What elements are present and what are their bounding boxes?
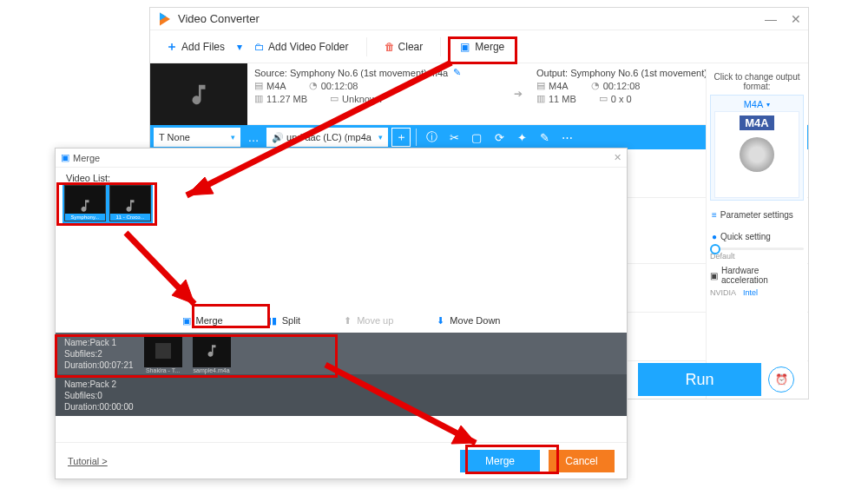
pack-thumb xyxy=(144,334,182,367)
tool-batch-button[interactable]: ⋯ xyxy=(557,128,576,147)
tool-crop-button[interactable]: ▢ xyxy=(467,128,486,147)
run-bar: Run ⏰ xyxy=(638,360,794,399)
video-thumb[interactable]: Symphony... xyxy=(64,185,106,221)
subtitle-select[interactable]: T None▾ xyxy=(154,128,240,147)
folder-icon: 🗀 xyxy=(254,41,265,53)
action-move-up[interactable]: ⬆Move up xyxy=(344,315,393,327)
video-thumb[interactable]: 11 - Croco... xyxy=(109,185,151,221)
merge-icon: ▣ xyxy=(61,152,69,163)
trash-icon: 🗑 xyxy=(385,41,395,53)
run-button[interactable]: Run xyxy=(638,363,761,396)
parameter-settings-button[interactable]: ≡Parameter settings xyxy=(710,208,804,222)
music-note-icon xyxy=(186,82,212,108)
video-list-thumbs: Symphony... 11 - Croco... xyxy=(56,185,627,221)
toolbar: ＋Add Files ▾ 🗀Add Video Folder 🗑Clear ▣M… xyxy=(150,30,808,63)
nvidia-label: NVIDIA xyxy=(710,288,736,297)
dialog-footer: Tutorial > Merge Cancel xyxy=(56,442,627,478)
format-icon: ▤ xyxy=(254,80,263,91)
default-label: Default xyxy=(710,252,804,261)
format-tag: M4A xyxy=(740,116,773,130)
sliders-icon: ≡ xyxy=(712,210,717,220)
down-icon: ⬇ xyxy=(437,315,444,327)
merge-confirm-button[interactable]: Merge xyxy=(460,450,540,472)
sidebar-title: Click to change output format: xyxy=(710,72,804,91)
pack-row[interactable]: Name:Pack 1 Subfiles:2 Duration:00:07:21… xyxy=(56,333,627,374)
app-logo xyxy=(157,11,173,27)
split-icon: ▮▮ xyxy=(266,315,277,327)
action-split[interactable]: ▮▮Split xyxy=(266,315,300,327)
add-files-dropdown[interactable]: ▾ xyxy=(232,41,247,53)
dot-icon: ● xyxy=(712,232,717,241)
output-sidebar: Click to change output format: M4A▾ M4A … xyxy=(706,69,807,399)
merge-icon: ▣ xyxy=(460,41,470,53)
sub-add-button[interactable]: … xyxy=(244,128,263,147)
quick-slider[interactable] xyxy=(710,248,804,250)
audio-add-button[interactable]: ＋ xyxy=(391,128,411,147)
tool-cut-button[interactable]: ✂ xyxy=(444,128,464,147)
edit-icon[interactable]: ✎ xyxy=(453,67,461,78)
arrow-icon: ➔ xyxy=(507,63,529,124)
size-icon: ▥ xyxy=(254,93,263,104)
dialog-title-bar: ▣ Merge ✕ xyxy=(56,148,627,168)
title-bar: Video Converter — ✕ xyxy=(150,8,808,30)
plus-icon: ＋ xyxy=(166,39,178,55)
pack-row[interactable]: Name:Pack 2 Subfiles:0 Duration:00:00:00 xyxy=(56,374,627,416)
clear-button[interactable]: 🗑Clear xyxy=(378,37,431,56)
chip-icon: ▣ xyxy=(710,271,718,280)
tool-info-button[interactable]: ⓘ xyxy=(422,128,441,147)
add-folder-button[interactable]: 🗀Add Video Folder xyxy=(247,37,356,56)
dialog-actions: ▣Merge ▮▮Split ⬆Move up ⬇Move Down xyxy=(56,308,627,333)
res-icon: ▭ xyxy=(599,93,608,104)
cancel-button[interactable]: Cancel xyxy=(549,450,615,472)
tool-fx-button[interactable]: ✦ xyxy=(512,128,531,147)
minimize-button[interactable]: — xyxy=(765,12,777,26)
action-merge[interactable]: ▣Merge xyxy=(182,315,223,327)
source-info: Source: Symphony No.6 (1st movement).m4a… xyxy=(247,63,507,124)
tool-wm-button[interactable]: ✎ xyxy=(535,128,554,147)
hw-accel-toggle[interactable]: ▣Hardware acceleration xyxy=(710,266,804,285)
window-title: Video Converter xyxy=(178,12,260,25)
music-note-icon xyxy=(77,198,93,214)
clock-icon: ◔ xyxy=(591,80,600,91)
svg-rect-2 xyxy=(155,343,171,359)
merge-button-top[interactable]: ▣Merge xyxy=(451,39,513,55)
schedule-button[interactable]: ⏰ xyxy=(768,366,794,393)
music-note-icon xyxy=(122,198,138,214)
size-icon: ▥ xyxy=(536,93,545,104)
pack-thumb xyxy=(193,334,231,367)
file-thumbnail[interactable] xyxy=(150,63,247,125)
action-move-down[interactable]: ⬇Move Down xyxy=(437,315,500,327)
tutorial-link[interactable]: Tutorial > xyxy=(68,456,108,466)
video-list-label: Video List: xyxy=(56,168,627,185)
close-window-button[interactable]: ✕ xyxy=(791,12,801,26)
output-format-card[interactable]: M4A▾ M4A xyxy=(710,95,804,201)
merge-dialog: ▣ Merge ✕ Video List: Symphony... 11 - C… xyxy=(55,148,628,479)
add-files-button[interactable]: ＋Add Files xyxy=(159,36,232,58)
res-icon: ▭ xyxy=(330,93,339,104)
music-note-icon xyxy=(204,343,220,359)
disc-icon xyxy=(740,137,774,172)
close-dialog-button[interactable]: ✕ xyxy=(614,152,621,163)
clock-icon: ◔ xyxy=(309,80,318,91)
tool-rotate-button[interactable]: ⟳ xyxy=(490,128,509,147)
intel-label: Intel xyxy=(743,288,758,297)
format-icon: ▤ xyxy=(536,80,545,91)
up-icon: ⬆ xyxy=(344,315,352,327)
merge-icon: ▣ xyxy=(182,315,191,327)
quick-setting-label: ●Quick setting xyxy=(710,229,804,244)
audio-select[interactable]: 🔊 und aac (LC) (mp4a▾ xyxy=(266,128,388,147)
